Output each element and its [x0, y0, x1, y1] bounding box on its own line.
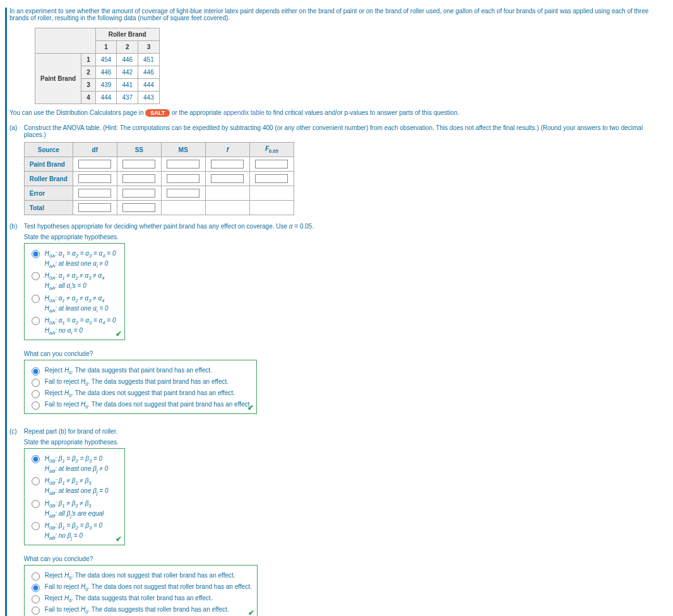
data-cell: 446 — [95, 66, 117, 79]
hyp-a-radio-1[interactable] — [32, 250, 40, 258]
usage-post: to find critical values and/or p-values … — [266, 109, 460, 116]
concl-a-radio-4[interactable] — [32, 401, 40, 410]
data-cell: 439 — [95, 79, 117, 92]
row-label: 3 — [81, 79, 96, 92]
hyp-b-radio-3[interactable] — [32, 500, 40, 508]
hyp-b-radio-2[interactable] — [32, 477, 40, 485]
anova-input[interactable] — [78, 174, 111, 183]
anova-input[interactable] — [122, 174, 155, 183]
usage-mid: or the appropriate — [172, 109, 222, 116]
part-c-state: State the appropriate hypotheses. — [24, 439, 666, 446]
part-a-text: Construct the ANOVA table. (Hint: The co… — [24, 124, 643, 138]
hyp-a-opt-3: H0A: α1 ≠ α2 ≠ α3 ≠ α4HaA: at least one … — [45, 294, 109, 314]
hyp-b-opt-4: H0B: β1 = β2 = β3 = 0HaB: no βj = 0 — [45, 521, 102, 542]
hyp-b-opt-2: H0B: β1 ≠ β2 ≠ β3HaB: at least one βj = … — [45, 477, 109, 497]
usage-pre: You can use the Distribution Calculators… — [9, 109, 144, 116]
concl-b-opt-1: Reject H0. The data does not suggest tha… — [45, 572, 235, 581]
anova-input[interactable] — [255, 174, 288, 183]
hyp-a-opt-2: H0A: α1 ≠ α2 ≠ α3 ≠ α4HaA: all αi's = 0 — [45, 271, 105, 292]
data-cell: 446 — [117, 54, 138, 66]
anova-input[interactable] — [255, 160, 288, 169]
anova-table: Source df SS MS f F0.05 Paint Brand Rol — [24, 142, 294, 215]
col-header: 2 — [117, 41, 138, 54]
anova-header-ms: MS — [161, 143, 205, 157]
anova-input[interactable] — [122, 160, 155, 169]
row-label: 4 — [81, 92, 96, 104]
hyp-b-radio-1[interactable] — [32, 455, 40, 463]
anova-input[interactable] — [78, 203, 111, 212]
anova-header-f: f — [205, 143, 249, 157]
concl-a-opt-4: Fail to reject H0. The data does not sug… — [45, 401, 251, 410]
anova-row-roller: Roller Brand — [24, 172, 73, 186]
salt-badge[interactable]: SALT — [145, 109, 170, 117]
appendix-link[interactable]: appendix table — [223, 109, 265, 116]
concl-b-radio-2[interactable] — [32, 584, 40, 592]
check-icon: ✔ — [247, 403, 254, 412]
col-header: 1 — [95, 41, 117, 54]
anova-input[interactable] — [211, 174, 244, 183]
anova-row-total: Total — [24, 201, 73, 215]
anova-header-fcrit: F0.05 — [249, 143, 294, 157]
anova-input[interactable] — [167, 174, 200, 183]
hyp-b-opt-1: H0B: β1 = β2 = β3 = 0HaB: at least one β… — [45, 454, 108, 475]
anova-header-source: Source — [24, 143, 73, 157]
anova-input[interactable] — [78, 160, 111, 169]
data-cell: 441 — [117, 79, 138, 92]
part-b-text: Test hypotheses appropriate for deciding… — [24, 223, 314, 230]
data-cell: 444 — [95, 92, 117, 104]
anova-header-df: df — [73, 143, 117, 157]
concl-b-opt-4: Fail to reject H0. The data suggests tha… — [45, 606, 229, 615]
concl-a-radio-2[interactable] — [32, 379, 40, 387]
part-c-text: Repeat part (b) for brand of roller. — [24, 428, 117, 435]
hypotheses-box-roller: H0B: β1 = β2 = β3 = 0HaB: at least one β… — [24, 448, 125, 545]
row-label: 1 — [81, 54, 96, 66]
concl-b-opt-3: Reject H0. The data suggests that roller… — [45, 595, 213, 603]
hyp-a-radio-3[interactable] — [32, 295, 40, 303]
data-cell: 444 — [138, 79, 160, 92]
data-cell: 451 — [138, 54, 160, 66]
paint-brand-header: Paint Brand — [35, 54, 81, 104]
data-cell: 446 — [138, 66, 160, 79]
hyp-a-opt-1: H0A: α1 = α2 = α3 = α4 = 0HaA: at least … — [45, 249, 116, 270]
roller-brand-header: Roller Brand — [95, 28, 159, 41]
concl-a-radio-3[interactable] — [32, 390, 40, 398]
concl-a-radio-1[interactable] — [32, 367, 40, 376]
data-cell: 454 — [95, 54, 117, 66]
part-c-conclude-q: What can you conclude? — [24, 555, 666, 562]
concl-b-radio-4[interactable] — [32, 607, 40, 615]
part-b-label: (b) — [9, 223, 22, 230]
anova-input[interactable] — [122, 203, 155, 212]
concl-a-opt-1: Reject H0. The data suggests that paint … — [45, 367, 212, 376]
row-label: 2 — [81, 66, 96, 79]
data-cell: 443 — [138, 92, 160, 104]
part-a-label: (a) — [9, 124, 22, 131]
hyp-a-opt-4: H0A: α1 = α2 = α3 = α4 = 0HaA: no αi = 0 — [45, 316, 116, 336]
data-cell: 442 — [117, 66, 138, 79]
conclusion-box-roller: Reject H0. The data does not suggest tha… — [24, 565, 258, 616]
concl-b-radio-1[interactable] — [32, 572, 40, 581]
anova-input[interactable] — [167, 189, 200, 198]
anova-input[interactable] — [122, 189, 155, 198]
anova-row-error: Error — [24, 186, 73, 201]
part-b-conclude-q: What can you conclude? — [24, 350, 666, 357]
intro-text: In an experiment to see whether the amou… — [9, 8, 668, 21]
concl-a-opt-3: Reject H0. The data does not suggest tha… — [45, 389, 235, 398]
check-icon: ✔ — [248, 608, 254, 616]
coverage-data-table: Roller Brand 1 2 3 Paint Brand 1 454 446… — [35, 28, 160, 104]
anova-input[interactable] — [211, 160, 244, 169]
anova-input[interactable] — [78, 189, 111, 198]
concl-a-opt-2: Fail to reject H0. The data suggests tha… — [45, 378, 229, 387]
part-b-state: State the appropriate hypotheses. — [24, 234, 666, 240]
concl-b-radio-3[interactable] — [32, 595, 40, 603]
anova-header-ss: SS — [117, 143, 161, 157]
conclusion-box-paint: Reject H0. The data suggests that paint … — [24, 360, 257, 414]
hyp-a-radio-4[interactable] — [32, 317, 40, 325]
data-cell: 437 — [117, 92, 138, 104]
hyp-a-radio-2[interactable] — [32, 272, 40, 280]
hyp-b-radio-4[interactable] — [32, 522, 40, 530]
check-icon: ✔ — [116, 329, 122, 338]
anova-input[interactable] — [167, 160, 200, 169]
col-header: 3 — [138, 41, 160, 54]
anova-row-paint: Paint Brand — [24, 157, 73, 172]
hyp-b-opt-3: H0B: β1 ≠ β2 ≠ β3HaB: all βj's are equal — [45, 499, 104, 519]
